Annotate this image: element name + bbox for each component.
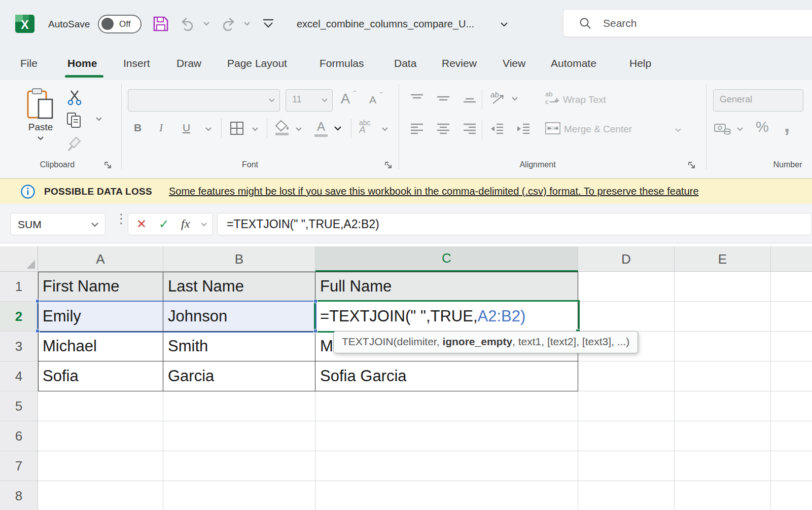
column-header-e[interactable]: E xyxy=(675,246,771,272)
cell-f6[interactable] xyxy=(771,421,812,451)
cell-b7[interactable] xyxy=(163,451,315,481)
cell-d5[interactable] xyxy=(578,391,675,421)
cell-e8[interactable] xyxy=(675,481,771,510)
tab-insert[interactable]: Insert xyxy=(123,48,150,80)
cancel-icon[interactable]: ✕ xyxy=(136,217,147,231)
cell-b6[interactable] xyxy=(163,421,315,451)
increase-indent-button[interactable] xyxy=(516,123,531,135)
merge-center-dropdown-icon[interactable] xyxy=(675,128,682,132)
cell-b1[interactable]: Last Name xyxy=(163,272,315,302)
column-header-a[interactable]: A xyxy=(38,246,163,272)
paste-dropdown-icon[interactable] xyxy=(37,136,44,140)
row-header-3[interactable]: 3 xyxy=(0,332,38,361)
merge-center-label[interactable]: Merge & Center xyxy=(564,124,632,135)
cell-a6[interactable] xyxy=(38,421,163,451)
cell-b5[interactable] xyxy=(163,391,315,421)
tab-page-layout[interactable]: Page Layout xyxy=(227,48,287,80)
search-box[interactable] xyxy=(563,9,812,37)
fill-color-button[interactable] xyxy=(274,120,290,137)
cell-d7[interactable] xyxy=(578,451,675,481)
formula-input[interactable] xyxy=(227,215,800,233)
align-left-button[interactable] xyxy=(410,123,424,135)
redo-icon[interactable] xyxy=(220,17,237,32)
cell-c6[interactable] xyxy=(315,421,578,451)
cell-c8[interactable] xyxy=(315,481,578,510)
row-header-1[interactable]: 1 xyxy=(0,272,38,302)
cell-f5[interactable] xyxy=(771,391,812,421)
tab-help[interactable]: Help xyxy=(629,48,651,80)
cell-e7[interactable] xyxy=(675,451,771,481)
accounting-dropdown-icon[interactable] xyxy=(736,127,744,131)
number-format-select[interactable]: General xyxy=(713,89,803,112)
font-color-dropdown-icon[interactable] xyxy=(334,126,342,131)
cell-c7[interactable] xyxy=(315,451,578,481)
percent-style-button[interactable]: % xyxy=(756,119,769,135)
paste-button[interactable] xyxy=(26,87,54,121)
insert-function-icon[interactable]: fx xyxy=(181,217,190,231)
cell-d2[interactable] xyxy=(578,302,675,332)
borders-button[interactable] xyxy=(229,121,244,136)
warning-link[interactable]: Some features might be lost if you save … xyxy=(169,186,699,197)
document-title[interactable]: excel_combine_columns_compare_U... xyxy=(297,0,474,48)
autosave-toggle[interactable]: Off xyxy=(98,15,142,33)
comma-style-button[interactable]: , xyxy=(784,114,790,136)
column-header-f[interactable] xyxy=(771,246,812,272)
save-icon[interactable] xyxy=(152,15,169,32)
tab-data[interactable]: Data xyxy=(394,48,416,80)
undo-dropdown-icon[interactable] xyxy=(203,21,210,26)
cell-a5[interactable] xyxy=(38,391,163,421)
tab-automate[interactable]: Automate xyxy=(551,48,596,80)
select-all-corner[interactable] xyxy=(0,246,38,272)
align-right-button[interactable] xyxy=(463,123,477,135)
cell-f1[interactable] xyxy=(771,272,812,302)
accounting-format-button[interactable] xyxy=(714,122,731,137)
cell-a3[interactable]: Michael xyxy=(38,332,163,361)
decrease-indent-button[interactable] xyxy=(490,123,504,135)
row-header-4[interactable]: 4 xyxy=(0,361,38,391)
increase-font-size-button[interactable]: Aˆ xyxy=(341,91,350,107)
customize-quick-access-icon[interactable] xyxy=(262,18,275,29)
underline-dropdown-icon[interactable] xyxy=(205,127,212,131)
cell-d8[interactable] xyxy=(578,481,675,510)
cell-f3[interactable] xyxy=(771,332,812,361)
cell-d6[interactable] xyxy=(578,421,675,451)
decrease-font-size-button[interactable]: Aˇ xyxy=(369,94,376,106)
range-handle[interactable] xyxy=(36,329,40,333)
cell-f7[interactable] xyxy=(771,451,812,481)
cell-d1[interactable] xyxy=(578,272,675,302)
cut-button[interactable] xyxy=(67,89,82,105)
align-top-button[interactable] xyxy=(410,92,424,104)
align-middle-button[interactable] xyxy=(436,92,450,104)
search-input[interactable] xyxy=(603,14,796,33)
clipboard-dialog-launcher-icon[interactable] xyxy=(104,161,113,170)
range-handle[interactable] xyxy=(36,299,40,303)
tab-draw[interactable]: Draw xyxy=(176,48,201,80)
cell-e2[interactable] xyxy=(675,302,771,332)
cell-c2-editing[interactable]: =TEXTJOIN(" ",TRUE,A2:B2) xyxy=(315,302,578,332)
document-title-dropdown-icon[interactable] xyxy=(500,21,509,27)
cell-a7[interactable] xyxy=(38,451,163,481)
cell-e3[interactable] xyxy=(675,332,771,361)
cell-c5[interactable] xyxy=(315,391,578,421)
font-color-button[interactable]: A xyxy=(314,120,328,137)
bold-button[interactable]: B xyxy=(134,122,142,134)
redo-dropdown-icon[interactable] xyxy=(243,21,251,26)
orientation-button[interactable]: ab xyxy=(490,90,507,105)
borders-dropdown-icon[interactable] xyxy=(252,127,259,131)
wrap-text-label[interactable]: Wrap Text xyxy=(563,94,606,105)
merge-center-button[interactable] xyxy=(545,122,561,135)
underline-button[interactable]: U xyxy=(183,122,190,134)
phonetic-dropdown-icon[interactable] xyxy=(381,127,389,131)
name-box[interactable]: SUM xyxy=(10,213,105,235)
fill-color-dropdown-icon[interactable] xyxy=(295,127,302,131)
cell-b3[interactable]: Smith xyxy=(163,332,315,361)
paste-label[interactable]: Paste xyxy=(27,122,54,133)
row-header-5[interactable]: 5 xyxy=(0,391,38,421)
cell-a8[interactable] xyxy=(38,481,163,510)
cell-b8[interactable] xyxy=(163,481,315,510)
cell-c1[interactable]: Full Name xyxy=(315,272,578,302)
tab-review[interactable]: Review xyxy=(442,48,477,80)
cell-a4[interactable]: Sofia xyxy=(38,361,163,391)
cell-e6[interactable] xyxy=(675,421,771,451)
tab-file[interactable]: File xyxy=(20,48,38,80)
